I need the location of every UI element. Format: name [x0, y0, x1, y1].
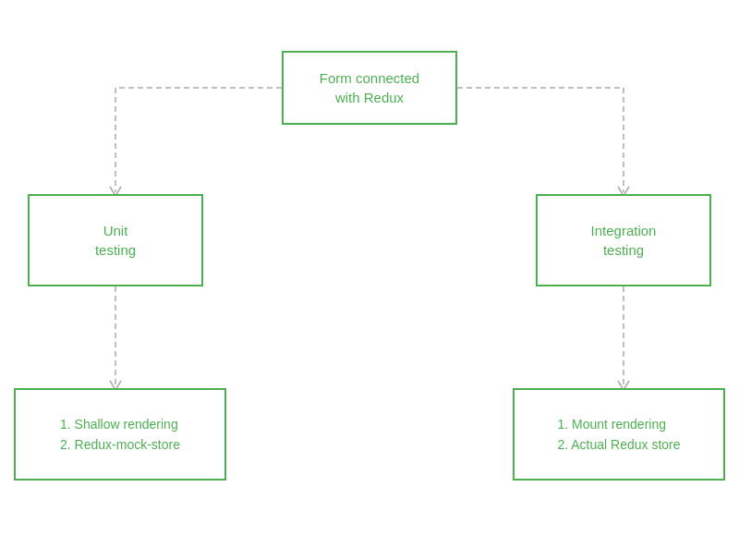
node-right-mid-line2: testing [603, 242, 644, 258]
node-left-mid-line2: testing [95, 242, 136, 258]
node-right-mid-text: Integration testing [591, 221, 657, 260]
diagram-container: Form connected with Redux Unit testing I… [0, 0, 739, 560]
node-right-bottom-list: 1. Mount rendering 2. Actual Redux store [546, 407, 691, 463]
node-right-bottom: 1. Mount rendering 2. Actual Redux store [513, 388, 725, 481]
node-top: Form connected with Redux [282, 51, 457, 125]
node-right-mid-line1: Integration [591, 223, 657, 238]
node-top-text: Form connected with Redux [320, 68, 419, 107]
node-left-bottom: 1. Shallow rendering 2. Redux-mock-store [14, 388, 226, 481]
node-top-line2: with Redux [335, 90, 404, 105]
node-right-mid: Integration testing [536, 194, 711, 286]
node-left-mid-text: Unit testing [95, 221, 136, 260]
node-left-bottom-item1: 1. Shallow rendering [60, 414, 180, 434]
node-right-bottom-item2: 2. Actual Redux store [557, 434, 680, 455]
node-right-bottom-item1: 1. Mount rendering [557, 414, 680, 434]
node-top-line1: Form connected [320, 70, 419, 86]
node-left-bottom-list: 1. Shallow rendering 2. Redux-mock-store [49, 407, 191, 463]
node-left-bottom-item2: 2. Redux-mock-store [60, 434, 180, 455]
node-left-mid-line1: Unit [103, 223, 128, 238]
node-left-mid: Unit testing [28, 194, 203, 286]
